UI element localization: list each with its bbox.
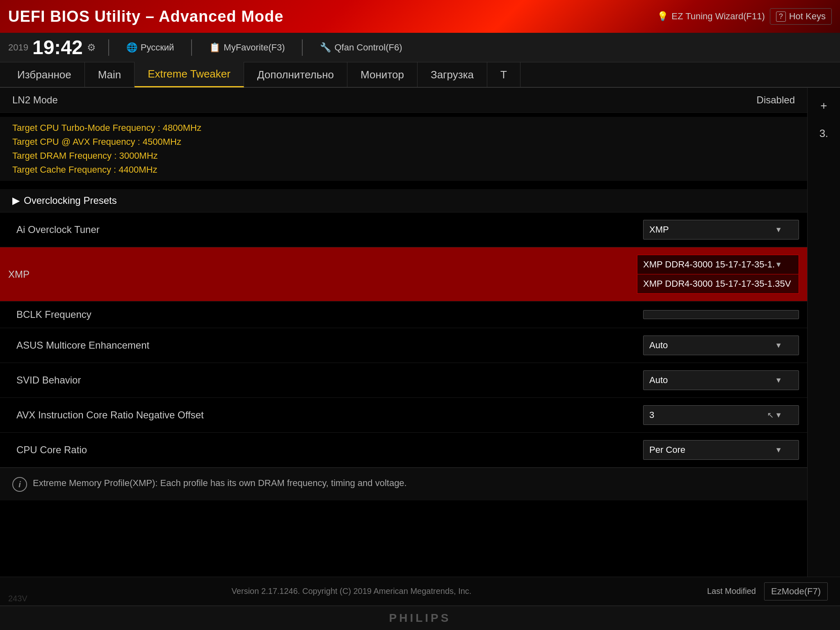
settings-gear-icon[interactable]: ⚙	[87, 42, 96, 53]
philips-bar: PHILIPS	[0, 605, 840, 630]
ln2-value: Disabled	[757, 94, 795, 106]
info-box: i Extreme Memory Profile(XMP): Each prof…	[0, 468, 807, 500]
setting-row-avx: AVX Instruction Core Ratio Negative Offs…	[0, 398, 807, 433]
tab-izbrannoye[interactable]: Избранное	[4, 62, 85, 87]
top-bar: UEFI BIOS Utility – Advanced Mode 💡 EZ T…	[0, 0, 840, 33]
setting-row-multicore: ASUS Multicore Enhancement Auto ▼	[0, 328, 807, 363]
multicore-label: ASUS Multicore Enhancement	[8, 340, 149, 351]
section-label: Overclocking Presets	[24, 195, 117, 206]
fan-icon: 🔧	[320, 42, 331, 53]
sidebar-plus[interactable]: +	[817, 96, 830, 116]
year-label: 2019	[8, 42, 28, 53]
question-icon: ?	[776, 11, 786, 22]
bios-wrapper: UEFI BIOS Utility – Advanced Mode 💡 EZ T…	[0, 0, 840, 630]
avx-arrow-icon: ▼	[775, 411, 782, 420]
divider-2	[191, 39, 192, 56]
globe-icon: 🌐	[126, 42, 137, 53]
freq-line-1: Target CPU Turbo-Mode Frequency : 4800MH…	[12, 121, 795, 135]
tab-t[interactable]: Т	[487, 62, 520, 87]
dropdown-arrow-icon: ▼	[775, 226, 782, 234]
setting-row-cpu-core: CPU Core Ratio Per Core ▼	[0, 433, 807, 468]
panels-area: LN2 Mode Disabled Target CPU Turbo-Mode …	[0, 88, 840, 577]
avx-dropdown[interactable]: 3 ↖ ▼	[643, 405, 799, 425]
freq-line-3: Target DRAM Frequency : 3000MHz	[12, 149, 795, 163]
ai-overclock-dropdown[interactable]: XMP ▼	[643, 220, 799, 240]
version-text: Version 2.17.1246. Copyright (C) 2019 Am…	[232, 587, 472, 596]
last-modified-label: Last Modified	[707, 587, 756, 596]
tab-monitor[interactable]: Монитор	[347, 62, 418, 87]
ez-tuning-btn[interactable]: 💡 EZ Tuning Wizard(F11)	[652, 9, 769, 24]
divider-3	[302, 39, 303, 56]
bios-title: UEFI BIOS Utility – Advanced Mode	[8, 8, 283, 25]
qfan-btn[interactable]: 🔧 Qfan Control(F6)	[315, 40, 407, 55]
xmp-dropdown-arrow-icon: ▼	[775, 260, 782, 269]
ln2-label: LN2 Mode	[12, 94, 58, 106]
xmp-label: XMP	[8, 269, 30, 280]
cursor-icon: ↖	[767, 410, 774, 420]
svid-arrow-icon: ▼	[775, 376, 782, 385]
multicore-arrow-icon: ▼	[775, 341, 782, 350]
second-bar: 2019 19:42 ⚙ 🌐 Русский 📋 MyFavorite(F3) …	[0, 33, 840, 62]
freq-info: Target CPU Turbo-Mode Frequency : 4800MH…	[0, 117, 807, 181]
freq-line-2: Target CPU @ AVX Frequency : 4500MHz	[12, 135, 795, 149]
svid-select[interactable]: Auto ▼	[643, 370, 799, 390]
cpu-core-dropdown[interactable]: Per Core ▼	[643, 440, 799, 460]
bulb-icon: 💡	[657, 11, 668, 22]
cpu-core-label: CPU Core Ratio	[8, 444, 87, 456]
left-content: LN2 Mode Disabled Target CPU Turbo-Mode …	[0, 88, 807, 577]
overclocking-section-header[interactable]: ▶ Overclocking Presets	[0, 189, 807, 212]
nav-tabs: Избранное Main Extreme Tweaker Дополните…	[0, 62, 840, 88]
svid-label: SVID Behavior	[8, 374, 81, 386]
setting-row-bclk: BCLK Frequency	[0, 301, 807, 328]
content-area: LN2 Mode Disabled Target CPU Turbo-Mode …	[0, 88, 840, 605]
info-text: Extreme Memory Profile(XMP): Each profil…	[33, 476, 407, 490]
divider-1	[108, 39, 109, 56]
bclk-input[interactable]	[643, 310, 799, 319]
tab-main[interactable]: Main	[85, 62, 135, 87]
my-favorite-btn[interactable]: 📋 MyFavorite(F3)	[204, 40, 290, 55]
info-icon: i	[12, 477, 27, 492]
tab-extreme-tweaker[interactable]: Extreme Tweaker	[135, 62, 244, 87]
xmp-dropdown-container: XMP DDR4-3000 15-17-17-35-1. ▼ XMP DDR4-…	[637, 255, 799, 294]
hotkeys-btn[interactable]: ? Hot Keys	[770, 8, 832, 25]
freq-line-4: Target Cache Frequency : 4400MHz	[12, 163, 795, 177]
tab-zagruzka[interactable]: Загрузка	[418, 62, 487, 87]
cpu-core-select[interactable]: Per Core ▼	[643, 440, 799, 460]
multicore-select[interactable]: Auto ▼	[643, 336, 799, 355]
ai-overclock-label: Ai Overclock Tuner	[8, 224, 100, 235]
sidebar-num: 3.	[816, 124, 832, 143]
section-arrow-icon: ▶	[12, 195, 20, 206]
time-display: 2019 19:42 ⚙	[8, 36, 96, 59]
avx-label: AVX Instruction Core Ratio Negative Offs…	[8, 409, 204, 421]
right-sidebar: + 3.	[807, 88, 840, 577]
setting-row-svid: SVID Behavior Auto ▼	[0, 363, 807, 398]
setting-row-xmp: XMP XMP DDR4-3000 15-17-17-35-1. ▼ XMP D…	[0, 247, 807, 301]
avx-select[interactable]: 3 ↖ ▼	[643, 405, 799, 425]
language-btn[interactable]: 🌐 Русский	[121, 40, 179, 55]
ez-mode-btn[interactable]: EzMode(F7)	[764, 582, 828, 600]
philips-brand: PHILIPS	[389, 612, 451, 625]
svid-dropdown[interactable]: Auto ▼	[643, 370, 799, 390]
time-label: 19:42	[32, 36, 83, 59]
setting-row-ai-overclock: Ai Overclock Tuner XMP ▼	[0, 212, 807, 247]
xmp-select[interactable]: XMP DDR4-3000 15-17-17-35-1. ▼	[637, 255, 799, 274]
ai-overclock-select[interactable]: XMP ▼	[643, 220, 799, 240]
favorite-icon: 📋	[209, 42, 220, 53]
cpu-core-arrow-icon: ▼	[775, 446, 782, 454]
bclk-field[interactable]	[643, 310, 799, 319]
xmp-option-1[interactable]: XMP DDR4-3000 15-17-17-35-1.35V	[637, 274, 799, 294]
ln2-row: LN2 Mode Disabled	[0, 88, 807, 113]
multicore-dropdown[interactable]: Auto ▼	[643, 336, 799, 355]
monitor-number: 243V	[8, 594, 27, 603]
bclk-label: BCLK Frequency	[8, 309, 91, 320]
tab-dopolnitelno[interactable]: Дополнительно	[244, 62, 347, 87]
footer: Version 2.17.1246. Copyright (C) 2019 Am…	[0, 577, 840, 605]
